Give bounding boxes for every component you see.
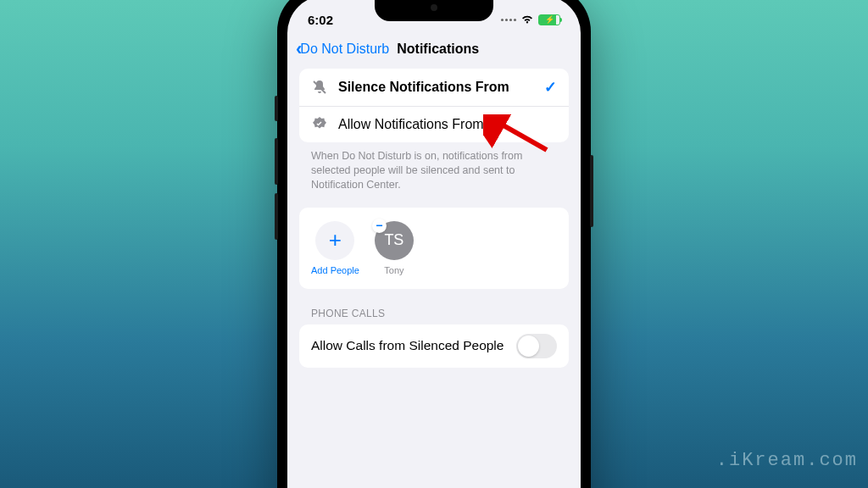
phone-frame: 6:02 ⚡ ‹ Do Not Disturb Notifications <box>277 0 591 488</box>
battery-icon: ⚡ <box>538 14 560 25</box>
allow-calls-toggle[interactable] <box>516 334 557 358</box>
status-indicators: ⚡ <box>501 14 560 25</box>
plus-icon: + <box>315 221 354 260</box>
allow-notifications-option[interactable]: Allow Notifications From <box>299 106 569 142</box>
checkmark-icon: ✓ <box>544 78 557 97</box>
people-group: + Add People TS − Tony <box>299 208 569 289</box>
allow-calls-label: Allow Calls from Silenced People <box>311 338 516 353</box>
phone-side-button <box>590 155 593 227</box>
footer-description: When Do Not Disturb is on, notifications… <box>299 142 569 208</box>
avatar-initials: TS <box>384 231 403 249</box>
notification-mode-group: Silence Notifications From ✓ Allow Notif… <box>299 69 569 142</box>
back-label: Do Not Disturb <box>300 42 389 57</box>
badge-icon <box>311 116 328 133</box>
phone-calls-header: PHONE CALLS <box>299 289 569 324</box>
person-name: Tony <box>384 265 403 275</box>
allow-calls-row: Allow Calls from Silenced People <box>299 324 569 368</box>
screen: 6:02 ⚡ ‹ Do Not Disturb Notifications <box>287 0 581 488</box>
option-label: Allow Notifications From <box>338 117 557 132</box>
back-button[interactable]: ‹ Do Not Disturb <box>296 38 389 60</box>
watermark: .iKream.com <box>716 450 858 471</box>
silence-notifications-option[interactable]: Silence Notifications From ✓ <box>299 69 569 106</box>
remove-person-button[interactable]: − <box>372 219 387 233</box>
navigation-bar: ‹ Do Not Disturb Notifications <box>287 33 581 69</box>
avatar: TS − <box>375 221 414 260</box>
person-item[interactable]: TS − Tony <box>375 221 414 275</box>
notch <box>375 0 493 21</box>
bell-slash-icon <box>311 79 328 96</box>
wifi-icon <box>520 14 534 25</box>
phone-side-button <box>275 96 278 121</box>
phone-side-button <box>275 138 278 185</box>
status-time: 6:02 <box>308 13 333 27</box>
option-label: Silence Notifications From <box>338 80 534 95</box>
page-title: Notifications <box>397 42 479 57</box>
signal-dots-icon <box>501 19 516 21</box>
phone-side-button <box>275 193 278 240</box>
add-people-button[interactable]: + Add People <box>311 221 359 275</box>
add-people-label: Add People <box>311 265 359 275</box>
